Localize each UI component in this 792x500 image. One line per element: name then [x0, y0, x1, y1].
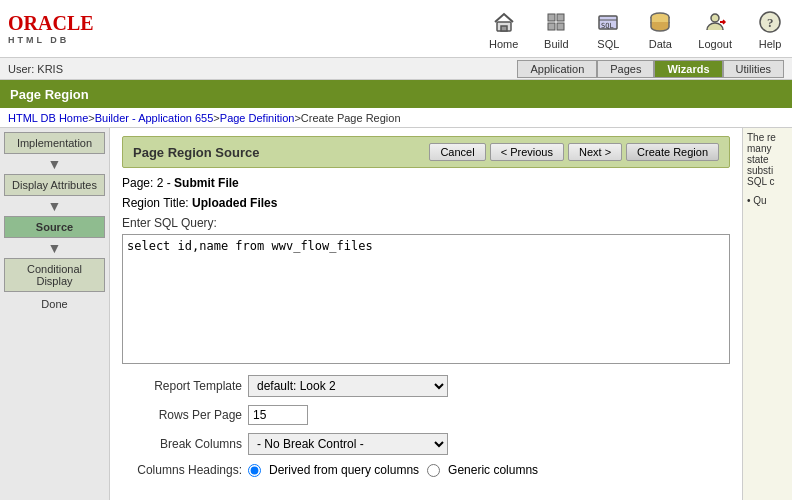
sidebar: Implementation ▼ Display Attributes ▼ So…: [0, 128, 110, 500]
logout-label: Logout: [698, 38, 732, 50]
breadcrumb-builder[interactable]: Builder - Application 655: [95, 112, 214, 124]
build-icon: [542, 8, 570, 36]
svg-rect-1: [501, 26, 507, 31]
svg-rect-4: [548, 23, 555, 30]
right-panel-bullet: • Qu: [747, 195, 788, 206]
nav-logout[interactable]: Logout: [698, 8, 732, 50]
page-info: Page: 2 - Submit File: [122, 176, 730, 190]
svg-rect-5: [557, 23, 564, 30]
content-title: Page Region Source: [133, 145, 425, 160]
tab-wizards[interactable]: Wizards: [654, 60, 722, 78]
nav-home[interactable]: Home: [489, 8, 518, 50]
break-columns-select[interactable]: - No Break Control -: [248, 433, 448, 455]
tab-bar: Application Pages Wizards Utilities: [517, 60, 784, 78]
sidebar-item-display-attributes[interactable]: Display Attributes: [4, 174, 105, 196]
sidebar-arrow-3: ▼: [4, 240, 105, 256]
build-label: Build: [544, 38, 568, 50]
svg-point-10: [711, 14, 719, 22]
content-panel: Page Region Source Cancel < Previous Nex…: [110, 128, 742, 500]
cancel-button[interactable]: Cancel: [429, 143, 485, 161]
create-region-button[interactable]: Create Region: [626, 143, 719, 161]
nav-icons: Home Build SQL SQL: [489, 8, 784, 50]
home-icon: [490, 8, 518, 36]
radio-generic-label: Generic columns: [448, 463, 538, 477]
sql-icon: SQL: [594, 8, 622, 36]
tab-pages[interactable]: Pages: [597, 60, 654, 78]
column-headings-label: Columns Headings:: [122, 463, 242, 477]
nav-data[interactable]: Data: [646, 8, 674, 50]
rows-per-page-row: Rows Per Page: [122, 405, 730, 425]
report-template-label: Report Template: [122, 379, 242, 393]
rows-per-page-label: Rows Per Page: [122, 408, 242, 422]
radio-derived[interactable]: [248, 464, 261, 477]
tab-utilities[interactable]: Utilities: [723, 60, 784, 78]
logo-area: ORACLE HTML DB: [8, 12, 148, 45]
svg-text:SQL: SQL: [601, 22, 614, 30]
report-template-select[interactable]: default: Look 2: [248, 375, 448, 397]
help-label: Help: [759, 38, 782, 50]
logout-icon: [701, 8, 729, 36]
oracle-logo: ORACLE: [8, 12, 148, 35]
radio-generic[interactable]: [427, 464, 440, 477]
sql-label: SQL: [597, 38, 619, 50]
nav-help[interactable]: ? Help: [756, 8, 784, 50]
user-bar: User: KRIS Application Pages Wizards Uti…: [0, 58, 792, 80]
sidebar-arrow-1: ▼: [4, 156, 105, 172]
breadcrumb-page-def[interactable]: Page Definition: [220, 112, 295, 124]
right-panel: The re many state substi SQL c • Qu: [742, 128, 792, 500]
previous-button[interactable]: < Previous: [490, 143, 564, 161]
rows-per-page-input[interactable]: [248, 405, 308, 425]
region-title-info: Region Title: Uploaded Files: [122, 196, 730, 210]
top-nav: ORACLE HTML DB Home: [0, 0, 792, 58]
breadcrumb-current: Create Page Region: [301, 112, 401, 124]
svg-text:?: ?: [767, 15, 774, 30]
home-label: Home: [489, 38, 518, 50]
sidebar-item-source[interactable]: Source: [4, 216, 105, 238]
htmldb-logo: HTML DB: [8, 35, 148, 45]
next-button[interactable]: Next >: [568, 143, 622, 161]
tab-application[interactable]: Application: [517, 60, 597, 78]
column-headings-row: Columns Headings: Derived from query col…: [122, 463, 730, 477]
data-label: Data: [649, 38, 672, 50]
data-icon: [646, 8, 674, 36]
main-area: Implementation ▼ Display Attributes ▼ So…: [0, 128, 792, 500]
sql-textarea[interactable]: select id,name from wwv_flow_files: [122, 234, 730, 364]
help-icon: ?: [756, 8, 784, 36]
break-columns-row: Break Columns - No Break Control -: [122, 433, 730, 455]
page-region-header: Page Region: [0, 80, 792, 108]
svg-rect-3: [557, 14, 564, 21]
radio-derived-label: Derived from query columns: [269, 463, 419, 477]
nav-sql[interactable]: SQL SQL: [594, 8, 622, 50]
right-panel-text: The re many state substi SQL c: [747, 132, 788, 187]
column-headings-options: Derived from query columns Generic colum…: [248, 463, 538, 477]
nav-build[interactable]: Build: [542, 8, 570, 50]
svg-rect-2: [548, 14, 555, 21]
sidebar-item-implementation[interactable]: Implementation: [4, 132, 105, 154]
user-label: User: KRIS: [8, 63, 517, 75]
sidebar-item-conditional-display[interactable]: Conditional Display: [4, 258, 105, 292]
sql-label: Enter SQL Query:: [122, 216, 730, 230]
breadcrumb-home[interactable]: HTML DB Home: [8, 112, 88, 124]
content-header: Page Region Source Cancel < Previous Nex…: [122, 136, 730, 168]
breadcrumb: HTML DB Home > Builder - Application 655…: [0, 108, 792, 128]
break-columns-label: Break Columns: [122, 437, 242, 451]
sidebar-arrow-2: ▼: [4, 198, 105, 214]
report-template-row: Report Template default: Look 2: [122, 375, 730, 397]
sidebar-item-done[interactable]: Done: [4, 294, 105, 314]
